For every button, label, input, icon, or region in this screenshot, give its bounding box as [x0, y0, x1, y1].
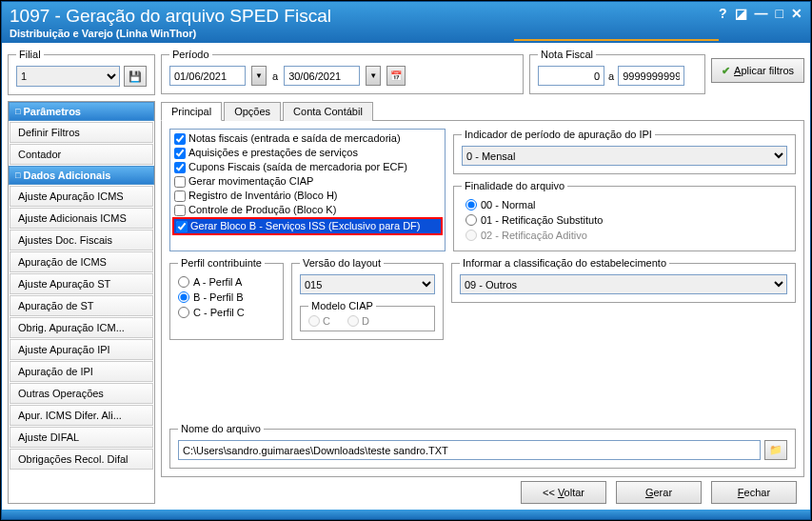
check-icon: ✔ — [722, 65, 730, 77]
check-label: Registro de Inventário (Bloco H) — [188, 189, 338, 203]
edit-icon[interactable]: ◪ — [735, 6, 747, 21]
perfil-legend: Perfil contribuinte — [178, 257, 265, 269]
checkbox[interactable] — [174, 205, 186, 216]
sidebar-item[interactable]: Contador — [10, 144, 153, 165]
check-item[interactable]: Controle de Produção (Bloco K) — [172, 203, 443, 217]
periodo-from-dropdown[interactable]: ▼ — [251, 66, 267, 86]
nome-legend: Nome do arquivo — [178, 423, 264, 434]
checkbox[interactable] — [174, 176, 186, 188]
sidebar-item[interactable]: Definir Filtros — [10, 122, 153, 143]
minimize-icon[interactable]: — — [755, 6, 768, 21]
maximize-icon[interactable]: □ — [776, 6, 783, 21]
periodo-sep: a — [272, 70, 278, 82]
finalidade-radio-2 — [465, 230, 477, 241]
main-window: 1097 - Geração do arquivo SPED Fiscal Di… — [1, 1, 811, 520]
ciap-radio-c — [308, 315, 320, 327]
ciap-legend: Modelo CIAP — [308, 300, 376, 311]
check-item[interactable]: Gerar movimentação CIAP — [172, 174, 443, 189]
sidebar-group-dados[interactable]: Dados Adicionais — [9, 166, 154, 185]
perfil-radio-b[interactable] — [178, 291, 189, 303]
filial-fieldset: Filial 1 💾 — [8, 49, 155, 95]
check-item[interactable]: Gerar Bloco B - Serviços ISS (Exclusivo … — [172, 217, 443, 235]
folder-icon[interactable]: 📁 — [764, 440, 787, 460]
ciap-radio-d — [347, 315, 359, 327]
tab-opcoes[interactable]: Opções — [224, 102, 281, 121]
nome-input[interactable] — [178, 440, 761, 460]
generate-button[interactable]: Gerar — [616, 481, 702, 504]
versao-legend: Versão do layout — [300, 257, 384, 269]
footer-bar — [2, 510, 810, 519]
checkbox[interactable] — [174, 148, 186, 159]
save-icon[interactable]: 💾 — [124, 66, 147, 87]
checkbox[interactable] — [174, 190, 186, 202]
help-icon[interactable]: ? — [719, 6, 727, 21]
titlebar: 1097 - Geração do arquivo SPED Fiscal Di… — [2, 2, 810, 43]
notafiscal-legend: Nota Fiscal — [538, 49, 596, 60]
periodo-to-dropdown[interactable]: ▼ — [366, 66, 381, 86]
sidebar-item[interactable]: Apuração de IPI — [10, 361, 153, 382]
sidebar-item[interactable]: Ajuste Apuração ST — [10, 273, 153, 294]
nf-to-input[interactable] — [618, 66, 684, 86]
sidebar-item[interactable]: Obrig. Apuração ICM... — [10, 317, 153, 338]
finalidade-fieldset: Finalidade do arquivo 00 - Normal 01 - R… — [453, 180, 796, 251]
ipi-fieldset: Indicador de período de apuração do IPI … — [453, 129, 796, 174]
check-label: Gerar movimentação CIAP — [188, 174, 313, 189]
window-subtitle: Distribuição e Varejo (Linha WinThor) — [10, 28, 719, 39]
tab-principal[interactable]: Principal — [161, 102, 222, 121]
sidebar-item[interactable]: Ajuste Apuração IPI — [10, 339, 153, 360]
finalidade-legend: Finalidade do arquivo — [462, 180, 567, 191]
perfil-radio-a[interactable] — [178, 276, 189, 288]
sidebar: Parâmetros Definir FiltrosContador Dados… — [8, 101, 155, 504]
filial-select[interactable]: 1 — [16, 66, 120, 87]
sidebar-group-parametros[interactable]: Parâmetros — [9, 102, 154, 121]
perfil-radio-c[interactable] — [178, 307, 189, 318]
checklist: Notas fiscais (entrada e saída de mercad… — [169, 129, 446, 251]
nome-fieldset: Nome do arquivo 📁 — [169, 423, 796, 469]
close-button[interactable]: Fechar — [711, 481, 797, 504]
sidebar-item[interactable]: Ajustes Doc. Fiscais — [10, 230, 153, 250]
versao-fieldset: Versão do layout 015 Modelo CIAP C D — [291, 257, 444, 340]
periodo-legend: Período — [169, 49, 212, 60]
back-button[interactable]: << Voltar — [521, 481, 606, 504]
finalidade-radio-1[interactable] — [465, 214, 477, 226]
class-legend: Informar a classificação do estabelecime… — [460, 257, 669, 269]
check-label: Notas fiscais (entrada e saída de mercad… — [188, 131, 401, 146]
apply-filters-button[interactable]: ✔ Aplicar filtros — [711, 58, 804, 83]
sidebar-item[interactable]: Ajuste DIFAL — [10, 427, 153, 448]
periodo-to-input[interactable] — [284, 66, 360, 86]
sidebar-item[interactable]: Apur. ICMS Difer. Ali... — [10, 405, 153, 426]
window-title: 1097 - Geração do arquivo SPED Fiscal — [10, 6, 719, 27]
sidebar-item[interactable]: Ajuste Apuração ICMS — [10, 186, 153, 207]
versao-select[interactable]: 015 — [300, 274, 435, 294]
check-label: Gerar Bloco B - Serviços ISS (Exclusivo … — [190, 219, 420, 233]
periodo-fieldset: Período ▼ a ▼ 📅 — [161, 49, 524, 94]
check-label: Controle de Produção (Bloco K) — [188, 203, 336, 217]
periodo-from-input[interactable] — [169, 66, 246, 86]
sidebar-item[interactable]: Ajuste Adicionais ICMS — [10, 208, 153, 229]
ipi-select[interactable]: 0 - Mensal — [462, 146, 787, 166]
filial-legend: Filial — [16, 49, 44, 60]
calendar-icon[interactable]: 📅 — [386, 66, 406, 86]
check-label: Cupons Fiscais (saída de mercadoria por … — [188, 160, 407, 174]
class-select[interactable]: 09 - Outros — [460, 274, 787, 294]
check-item[interactable]: Notas fiscais (entrada e saída de mercad… — [172, 131, 443, 146]
tab-conta[interactable]: Conta Contábil — [283, 102, 373, 121]
close-icon[interactable]: ✕ — [791, 6, 802, 21]
checkbox[interactable] — [174, 162, 186, 173]
ciap-fieldset: Modelo CIAP C D — [300, 300, 435, 331]
tabs: Principal Opções Conta Contábil — [161, 101, 804, 121]
check-item[interactable]: Cupons Fiscais (saída de mercadoria por … — [172, 160, 443, 174]
check-label: Aquisições e prestações de serviços — [188, 146, 358, 160]
nf-from-input[interactable] — [538, 66, 604, 86]
ipi-legend: Indicador de período de apuração do IPI — [462, 129, 655, 140]
perfil-fieldset: Perfil contribuinte A - Perfil A B - Per… — [169, 257, 284, 340]
checkbox[interactable] — [174, 133, 186, 145]
check-item[interactable]: Registro de Inventário (Bloco H) — [172, 189, 443, 203]
sidebar-item[interactable]: Apuração de ST — [10, 295, 153, 316]
checkbox[interactable] — [176, 221, 188, 232]
sidebar-item[interactable]: Outras Operações — [10, 383, 153, 404]
check-item[interactable]: Aquisições e prestações de serviços — [172, 146, 443, 160]
finalidade-radio-0[interactable] — [465, 199, 477, 210]
sidebar-item[interactable]: Obrigações Recol. Difal — [10, 449, 153, 470]
sidebar-item[interactable]: Apuração de ICMS — [10, 251, 153, 272]
